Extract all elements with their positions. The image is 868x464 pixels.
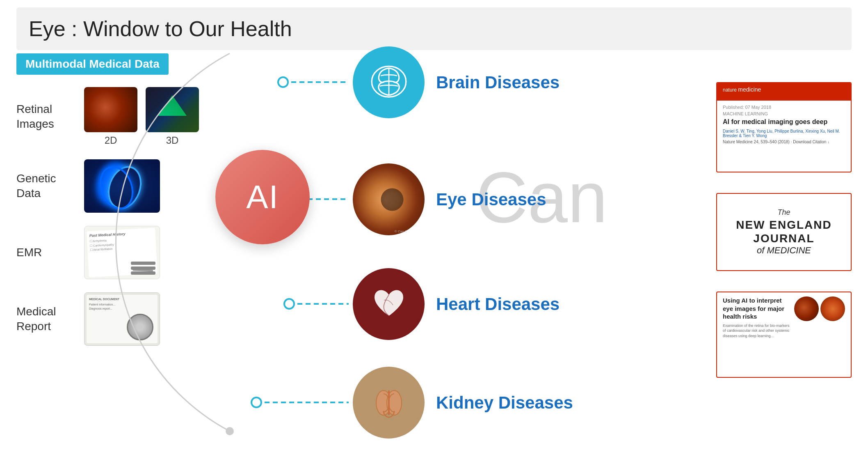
heart-disease-label: Heart Diseases [436, 294, 560, 314]
slide: Eye : Window to Our Health Multimodal Me… [0, 0, 868, 464]
article-text-col: Using AI to interpret eye images for maj… [723, 296, 790, 338]
ai-circle: AI [215, 150, 310, 244]
title-bar: Eye : Window to Our Health [16, 7, 852, 50]
eye-circle: © Can Stock Photo [353, 163, 425, 235]
heart-icon [368, 284, 409, 325]
brain-circle [353, 46, 425, 118]
nejm-card-body: The NEW ENGLANDJOURNAL of MEDICINE [717, 194, 851, 270]
multimodal-badge: Multimodal Medical Data [16, 53, 169, 75]
article-heading: Using AI to interpret eye images for maj… [723, 296, 790, 321]
nature-authors: Daniel S. W. Ting, Yong Liu, Philippe Bu… [723, 129, 845, 138]
report-image: MEDICAL DOCUMENT Patient information... … [84, 292, 160, 346]
nejm-main-text: NEW ENGLANDJOURNAL [736, 218, 832, 245]
svg-point-8 [226, 427, 234, 435]
article-small-text: Examination of the retina for bio-marker… [723, 323, 790, 339]
kidney-icon [368, 382, 409, 423]
eye-disease-node: © Can Stock Photo Eye Diseases [353, 163, 546, 235]
article-retinal-2 [820, 296, 845, 321]
nejm-card: The NEW ENGLANDJOURNAL of MEDICINE [716, 193, 852, 271]
kidney-disease-node: Kidney Diseases [353, 367, 573, 439]
nature-journal: Nature Medicine 24, 539–540 (2018) · Dow… [723, 140, 845, 144]
nature-category: MACHINE LEARNING [723, 111, 845, 116]
nature-header-small: nature [723, 87, 738, 93]
kidney-disease-label: Kidney Diseases [436, 393, 573, 413]
nejm-sub-text: of MEDICINE [757, 245, 811, 256]
nature-card-header: nature medicine [717, 83, 851, 101]
article-images [794, 296, 845, 338]
left-panel: Multimodal Medical Data RetinalImages 2D… [16, 53, 189, 359]
emr-label: EMR [16, 245, 76, 260]
heart-disease-node: Heart Diseases [353, 268, 560, 340]
eye-image: © Can Stock Photo [353, 163, 425, 235]
heart-circle [353, 268, 425, 340]
data-row-retinal: RetinalImages 2D 3D [16, 87, 189, 146]
svg-point-6 [284, 299, 294, 309]
nature-heading: AI for medical imaging goes deep [723, 118, 845, 126]
svg-point-7 [251, 397, 261, 407]
data-row-emr: EMR Past Medical History ☐ Arrhythmia ☐ … [16, 226, 189, 279]
retinal-2d-col: 2D [84, 87, 137, 146]
retinal-2d-image [84, 87, 137, 132]
data-row-genetic: GeneticData [16, 159, 189, 213]
article-card: Using AI to interpret eye images for maj… [716, 292, 852, 378]
brain-disease-node: Brain Diseases [353, 46, 560, 118]
ai-label: AI [246, 178, 279, 216]
brain-icon [366, 60, 411, 105]
report-label: MedicalReport [16, 304, 76, 334]
nature-card-body: Published: 07 May 2018 MACHINE LEARNING … [717, 101, 851, 148]
retinal-2d-label: 2D [105, 135, 117, 146]
genetic-label: GeneticData [16, 171, 76, 201]
data-row-report: MedicalReport MEDICAL DOCUMENT Patient i… [16, 292, 189, 346]
eye-disease-label: Eye Diseases [436, 190, 546, 209]
kidney-circle [353, 367, 425, 439]
nature-medicine-card: nature medicine Published: 07 May 2018 M… [716, 82, 852, 172]
article-retinal-1 [794, 296, 819, 321]
nature-header-main: medicine [738, 86, 761, 93]
retinal-label: RetinalImages [16, 102, 76, 132]
emr-image: Past Medical History ☐ Arrhythmia ☐ Card… [84, 226, 160, 279]
retinal-3d-col: 3D [146, 87, 199, 146]
genetic-image [84, 159, 160, 213]
retinal-3d-image [146, 87, 199, 132]
retinal-label-imgs: RetinalImages 2D 3D [16, 87, 199, 146]
retinal-3d-label: 3D [166, 135, 179, 146]
nejm-the: The [777, 208, 790, 217]
nature-published: Published: 07 May 2018 [723, 105, 845, 110]
page-title: Eye : Window to Our Health [29, 17, 292, 41]
article-card-body: Using AI to interpret eye images for maj… [717, 292, 851, 342]
brain-disease-label: Brain Diseases [436, 73, 560, 92]
svg-point-4 [278, 77, 288, 87]
